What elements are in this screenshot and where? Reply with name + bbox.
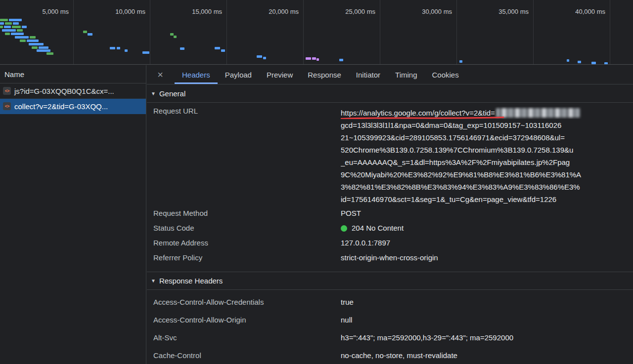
network-activity-bar [37, 49, 50, 52]
header-value: POST [341, 209, 633, 217]
header-value: no-cache, no-store, must-revalidate [341, 351, 633, 360]
header-row: Alt-Svch3=":443"; ma=2592000,h3-29=":443… [147, 328, 633, 346]
tab-initiator[interactable]: Initiator [349, 65, 388, 84]
tab-timing[interactable]: Timing [388, 65, 424, 84]
request-url-line: 9C%20Miyabi%20%E3%82%92%E9%81%B8%E3%81%B… [341, 168, 633, 181]
timeline-gridline [150, 0, 150, 64]
network-activity-bar [591, 62, 596, 64]
timeline-time-label: 30,000 ms [422, 8, 456, 15]
header-row: Cache-Controlno-cache, no-store, must-re… [147, 346, 633, 364]
header-row: Access-Control-Allow-Credentialstrue [147, 293, 633, 311]
network-activity-bar [170, 33, 174, 36]
network-activity-bar [339, 59, 343, 61]
network-activity-bar [29, 43, 44, 45]
timeline-time-label: 25,000 ms [345, 8, 380, 15]
request-url-text: gcd=13l3l3l3l1l1&npa=0&dma=0&tag_exp=101… [341, 121, 561, 129]
timeline-gridline [303, 0, 304, 64]
timeline-gridline [226, 0, 227, 64]
header-key: Remote Address [147, 239, 341, 247]
network-activity-bar [312, 57, 316, 60]
request-url-text: _eu=AAAAAAQ&_s=1&dl=https%3A%2F%2Fmiyabi… [341, 158, 570, 166]
network-activity-bar [316, 58, 319, 61]
network-activity-bar [0, 26, 3, 28]
request-url-text: 9C%20Miyabi%20%E3%82%92%E9%81%B8%E3%81%B… [341, 170, 581, 179]
request-url-line: 520Chrome%3B139.0.7258.139%7CChromium%3B… [341, 144, 633, 156]
network-activity-bar [88, 33, 92, 36]
header-value: 127.0.0.1:7897 [341, 239, 633, 247]
timeline-gridline [610, 0, 610, 64]
details-tabs: HeadersPayloadPreviewResponseInitiatorTi… [175, 65, 466, 84]
network-activity-bar [5, 33, 10, 35]
network-activity-bar [578, 61, 581, 63]
request-url-text: https://analytics.google.com/g/collect?v… [341, 109, 495, 117]
network-activity-bar [15, 36, 29, 39]
header-row: Request URLhttps://analytics.google.com/… [147, 106, 633, 205]
timeline-time-label: 40,000 ms [575, 8, 610, 15]
tab-preview[interactable]: Preview [259, 65, 300, 84]
script-file-icon: <> [3, 102, 11, 110]
network-activity-bar [567, 59, 569, 62]
network-activity-bar [0, 19, 8, 21]
section-response-headers: ▼Response HeadersAccess-Control-Allow-Cr… [147, 272, 633, 364]
script-file-icon: <> [3, 87, 11, 95]
header-value-text: POST [341, 209, 361, 217]
header-key: Cache-Control [147, 351, 341, 360]
details-tabbar: × HeadersPayloadPreviewResponseInitiator… [147, 65, 633, 84]
network-activity-bar [9, 19, 22, 21]
header-row: Status Code204 No Content [147, 220, 633, 235]
network-activity-bar [180, 47, 184, 50]
timeline-time-label: 10,000 ms [115, 8, 150, 15]
header-row: Remote Address127.0.0.1:7897 [147, 235, 633, 250]
network-activity-bar [263, 57, 266, 59]
tab-payload[interactable]: Payload [218, 65, 259, 84]
network-activity-bar [306, 57, 311, 60]
request-url-text: 520Chrome%3B139.0.7258.139%7CChromium%3B… [341, 146, 573, 154]
header-key: Status Code [147, 224, 341, 232]
section-header-general[interactable]: ▼General [147, 84, 633, 103]
request-url-line: id=1756146970&sct=1&seg=1&_tu=Cg&en=page… [341, 193, 633, 205]
timeline-time-label: 15,000 ms [192, 8, 226, 15]
section-header-response-headers[interactable]: ▼Response Headers [147, 272, 633, 290]
network-activity-bar [142, 51, 149, 54]
network-activity-bar [17, 29, 23, 32]
network-activity-bar [257, 55, 262, 58]
network-activity-bar [4, 26, 11, 28]
header-key: Request Method [147, 209, 341, 217]
header-key: Access-Control-Allow-Origin [147, 316, 341, 324]
header-value: h3=":443"; ma=2592000,h3-29=":443"; ma=2… [341, 333, 633, 342]
redacted-value [496, 108, 580, 118]
disclosure-triangle-icon: ▼ [151, 91, 156, 96]
network-overview-timeline[interactable]: 5,000 ms10,000 ms15,000 ms20,000 ms25,00… [0, 0, 633, 65]
tab-response[interactable]: Response [300, 65, 349, 84]
network-activity-bar [215, 47, 220, 49]
tab-cookies[interactable]: Cookies [424, 65, 466, 84]
tab-headers[interactable]: Headers [175, 65, 218, 84]
network-activity-bar [604, 62, 608, 65]
network-activity-bar [13, 22, 19, 25]
network-activity-bar [39, 46, 48, 49]
devtools-network-panel: 5,000 ms10,000 ms15,000 ms20,000 ms25,00… [0, 0, 633, 364]
request-list-name-header[interactable]: Name [0, 65, 146, 83]
network-activity-bar [46, 52, 53, 55]
header-row: Request MethodPOST [147, 205, 633, 220]
header-value: 204 No Content [341, 224, 633, 232]
timeline-gridline [380, 0, 380, 64]
request-url-line: gcd=13l3l3l3l1l1&npa=0&dma=0&tag_exp=101… [341, 119, 633, 131]
timeline-gridline [73, 0, 74, 64]
network-activity-bar [2, 29, 16, 32]
request-row[interactable]: <>collect?v=2&tid=G-03XQQ... [0, 99, 146, 114]
request-row[interactable]: <>js?id=G-03XQQB0Q1C&cx=... [0, 83, 146, 99]
status-ok-dot [341, 225, 347, 232]
network-activity-bar [221, 49, 225, 52]
network-activity-bar [0, 22, 4, 25]
request-url-line: 3%82%81%E3%82%8B%E3%83%94%E3%83%A9%E3%83… [341, 181, 633, 193]
network-activity-bar [30, 36, 36, 39]
request-url-text: id=1756146970&sct=1&seg=1&_tu=Cg&en=page… [341, 195, 556, 203]
header-value: https://analytics.google.com/g/collect?v… [341, 107, 633, 205]
close-details-icon[interactable]: × [151, 65, 170, 84]
timeline-time-label: 20,000 ms [269, 8, 303, 15]
header-value-text: h3=":443"; ma=2592000,h3-29=":443"; ma=2… [341, 333, 513, 342]
section-general: ▼GeneralRequest URLhttps://analytics.goo… [147, 84, 633, 266]
timeline-gridline [456, 0, 457, 64]
header-key: Alt-Svc [147, 333, 341, 342]
